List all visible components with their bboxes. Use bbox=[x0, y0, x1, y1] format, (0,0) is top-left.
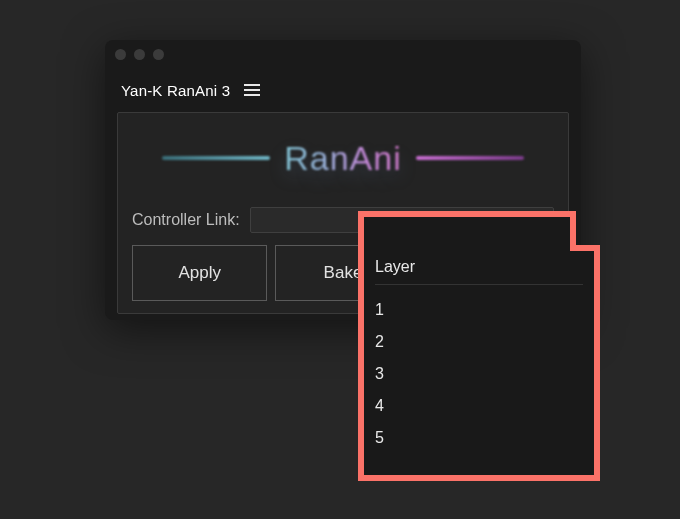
traffic-lights bbox=[115, 49, 164, 60]
dropdown-header: Layer bbox=[375, 258, 583, 285]
dropdown-popup-cap bbox=[361, 214, 573, 248]
logo-text: RanAni bbox=[284, 139, 402, 178]
dropdown-item[interactable]: 1 bbox=[375, 301, 583, 319]
window-titlebar bbox=[105, 40, 581, 68]
apply-button[interactable]: Apply bbox=[132, 245, 267, 301]
dropdown-popup-body: Layer 1 2 3 4 5 bbox=[361, 248, 597, 478]
controller-link-label: Controller Link: bbox=[132, 211, 240, 229]
panel-title: Yan-K RanAni 3 bbox=[121, 82, 230, 99]
max-dot[interactable] bbox=[153, 49, 164, 60]
dropdown-item[interactable]: 4 bbox=[375, 397, 583, 415]
min-dot[interactable] bbox=[134, 49, 145, 60]
logo-bar-left bbox=[162, 156, 270, 160]
dropdown-popup: Layer 1 2 3 4 5 bbox=[355, 208, 603, 484]
menu-icon[interactable] bbox=[244, 84, 260, 96]
logo-row: RanAni bbox=[128, 125, 558, 191]
close-dot[interactable] bbox=[115, 49, 126, 60]
dropdown-list: 1 2 3 4 5 bbox=[375, 285, 583, 447]
dropdown-item[interactable]: 5 bbox=[375, 429, 583, 447]
dropdown-item[interactable]: 2 bbox=[375, 333, 583, 351]
panel-header: Yan-K RanAni 3 bbox=[105, 68, 581, 112]
logo-bar-right bbox=[416, 156, 524, 160]
dropdown-item[interactable]: 3 bbox=[375, 365, 583, 383]
